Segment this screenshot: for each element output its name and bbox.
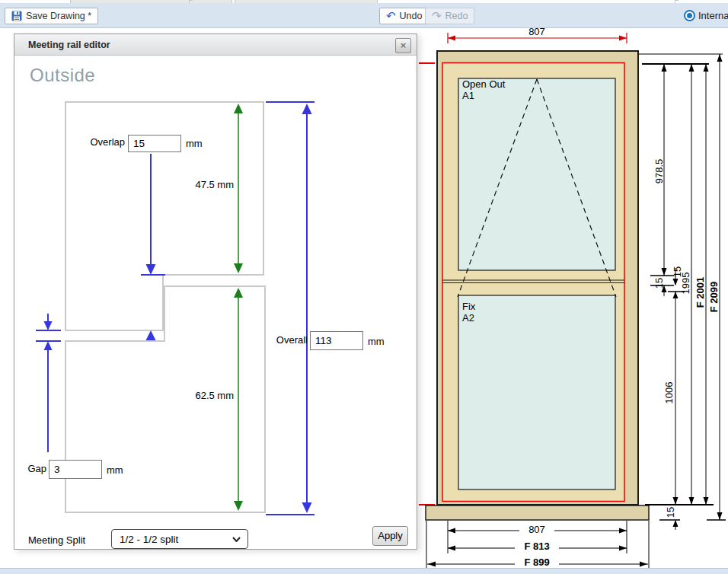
sash-bottom-label: Fix — [462, 301, 476, 312]
dim-rail-overlap-a: 15 — [653, 278, 665, 289]
overall-unit: mm — [368, 336, 385, 347]
meeting-rail-editor-dialog: Meeting rail editor × Outside 47.5 mm — [14, 33, 417, 550]
gap-label: Gap — [22, 463, 46, 474]
sash-top-label: Open Out — [462, 78, 506, 90]
dim-top-width-label: 807 — [528, 26, 545, 37]
dim-sash-bottom-height: 1006 — [663, 382, 675, 404]
overall-dimension — [266, 102, 315, 515]
gap-unit: mm — [107, 464, 123, 476]
dim-lower-label: 62.5 mm — [195, 390, 234, 401]
dim-overall-width: F 899 — [524, 556, 549, 568]
dim-lower-arrow — [234, 288, 243, 511]
overlap-unit: mm — [186, 138, 203, 149]
dim-cill-drop: 15 — [665, 507, 676, 518]
dim-sash-top-height: 978.5 — [653, 159, 665, 184]
dim-overall-height: F 2099 — [708, 282, 720, 312]
apply-button[interactable]: Apply — [372, 526, 408, 546]
glass-pane-top[interactable] — [458, 78, 615, 270]
gap-input[interactable] — [49, 460, 102, 479]
apply-label: Apply — [378, 530, 403, 541]
dim-upper-arrow — [234, 104, 243, 273]
dim-frame-width: F 813 — [524, 541, 549, 552]
gap-dimension — [36, 314, 61, 452]
meeting-split-label: Meeting Split — [28, 534, 85, 546]
chevron-down-icon — [232, 537, 241, 542]
dim-frame-height: F 2001 — [694, 277, 706, 308]
meeting-split-value: 1/2 - 1/2 split — [120, 534, 178, 545]
glass-pane-bottom[interactable] — [458, 295, 615, 489]
overlap-dimension — [141, 154, 165, 340]
app-window: Save Drawing * ↶ Undo ↷ Redo Internal 80… — [0, 0, 728, 574]
dim-upper-label: 47.5 mm — [195, 179, 234, 190]
bottom-strip — [0, 568, 728, 574]
hidden-dimension-tails — [419, 63, 435, 505]
cill — [426, 505, 649, 520]
overall-input[interactable] — [310, 331, 363, 350]
sash-top-id: A1 — [462, 90, 474, 101]
dim-inner-height: 1995 — [680, 273, 691, 295]
overlap-input[interactable] — [128, 135, 181, 152]
overall-label: Overall — [258, 334, 308, 346]
meeting-split-select[interactable]: 1/2 - 1/2 split — [111, 529, 248, 549]
dim-bottom-width: 807 — [528, 524, 545, 535]
overlap-label: Overlap — [60, 136, 125, 148]
sash-bottom-id: A2 — [462, 312, 474, 324]
